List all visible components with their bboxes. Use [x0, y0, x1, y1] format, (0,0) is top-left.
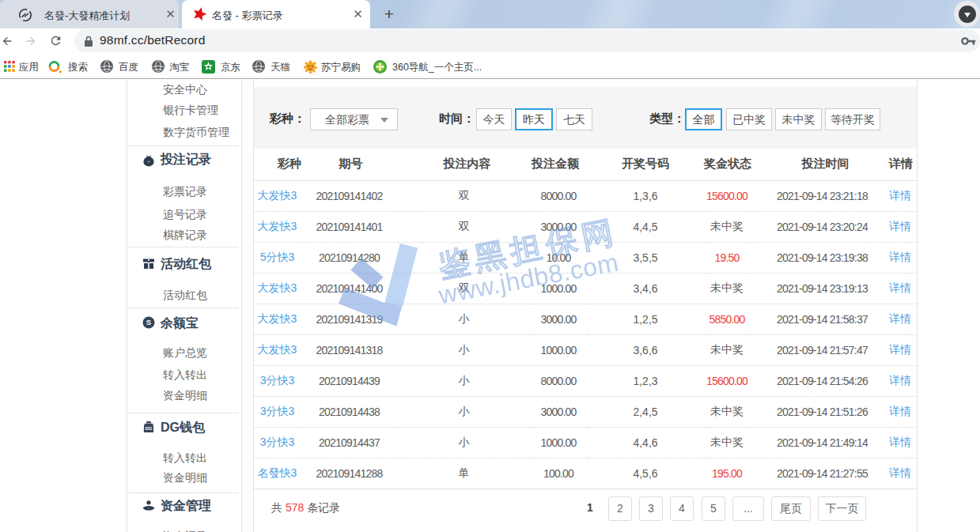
svg-text:S: S	[146, 318, 151, 326]
svg-text:DG: DG	[145, 425, 152, 431]
